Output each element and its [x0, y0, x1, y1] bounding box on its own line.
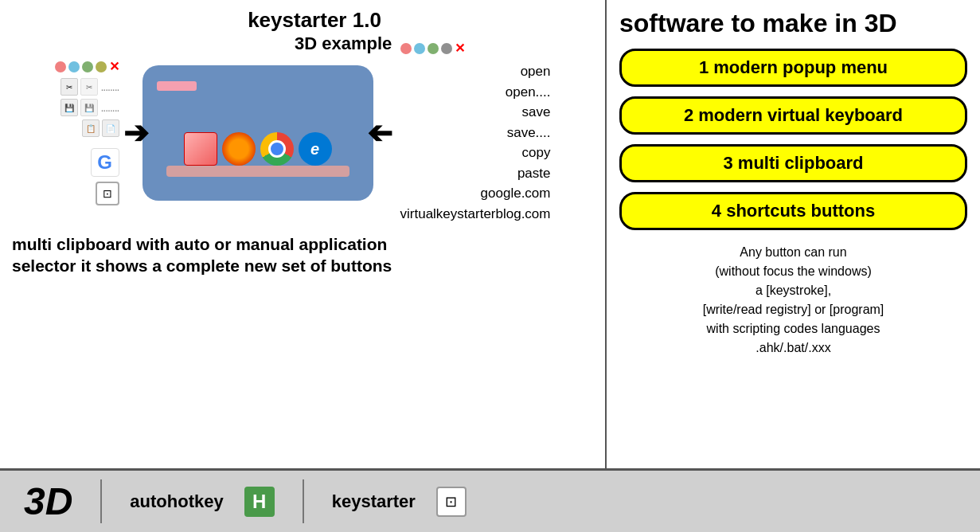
keystarter-icon-symbol: ⊡: [445, 493, 457, 510]
left-toolbar: ✕ ✂ ✂ ........ 💾 💾 ........ 📋 📄: [55, 61, 119, 205]
dot-red: [55, 61, 66, 72]
bottom-description: multi clipboard with auto or manual appl…: [8, 233, 597, 277]
save-icon[interactable]: 💾: [61, 99, 78, 116]
shelf: [166, 166, 349, 177]
ahk-icon: H: [244, 487, 275, 517]
keystarter-footer-label: keystarter: [332, 491, 416, 512]
rdot-green: [428, 43, 439, 54]
rdot-red: [400, 43, 412, 54]
bottom-text-line2: selector it shows a complete new set of …: [12, 256, 392, 275]
any-button-description: Any button can run (without focus the wi…: [619, 243, 967, 358]
any-line5: with scripting codes languages: [707, 322, 880, 335]
keystarter-title: keystarter 1.0: [32, 8, 597, 33]
right-arrow-group: ➔: [373, 115, 392, 151]
google-icon[interactable]: G: [91, 148, 119, 177]
any-line2: (without focus the windows): [715, 264, 872, 278]
rdot-blue: [414, 43, 425, 54]
btn-shortcuts-buttons[interactable]: 4 shortcuts buttons: [619, 192, 967, 230]
any-line6: .ahk/.bat/.xxx: [755, 341, 830, 354]
ks-icon-wrapper: ⊡: [96, 182, 119, 205]
left-color-dots: ✕: [55, 61, 119, 73]
blue-diagram-box: e: [143, 65, 373, 201]
right-panel: software to make in 3D 1 modern popup me…: [605, 0, 980, 468]
menu-open: open: [400, 61, 551, 82]
right-panel-title: software to make in 3D: [619, 10, 967, 37]
menu-save: save: [400, 102, 551, 123]
footer-divider: [100, 479, 102, 523]
toolbar-row-1: ✂ ✂ ........: [61, 78, 119, 96]
menu-paste: paste: [400, 163, 551, 184]
app-icon-1: [184, 132, 217, 166]
toolbar-row-2: 💾 💾 ........: [61, 99, 119, 116]
menu-blog: virtualkeystarterb­log.com: [400, 204, 551, 225]
menu-save-dots: save....: [400, 123, 551, 143]
footer-divider-2: [303, 479, 304, 523]
rdot-gray: [441, 43, 452, 54]
dot-blue: [68, 61, 80, 72]
menu-copy: copy: [400, 143, 551, 163]
keystarter-small-icon[interactable]: ⊡: [96, 182, 119, 205]
btn-popup-menu[interactable]: 1 modern popup menu: [619, 49, 967, 87]
left-arrow-group: ➔: [123, 115, 143, 151]
any-line4: [write/read registry] or [program]: [703, 303, 884, 316]
any-line3: a [keystroke],: [755, 284, 831, 297]
menu-google: google.com: [400, 183, 551, 204]
arrow-left-icon: ➔: [123, 115, 149, 151]
app-icons-row: e: [184, 132, 332, 166]
btn-multi-clipboard[interactable]: 3 multi clipboard: [619, 144, 967, 182]
paste-icon[interactable]: 📄: [102, 119, 119, 137]
firefox-icon: [222, 132, 256, 166]
left-panel: keystarter 1.0 3D example ✕ ✂ ✂ ........: [0, 0, 605, 468]
dot-x: ✕: [109, 61, 119, 73]
keystarter-footer-icon: ⊡: [436, 487, 467, 517]
toolbar-row-3: 📋 📄: [82, 119, 119, 137]
right-side-group: ✕ open open.... save save.... copy paste…: [400, 42, 551, 224]
bottom-text-line1: multi clipboard with auto or manual appl…: [12, 235, 387, 253]
copy-icon[interactable]: 📋: [82, 119, 100, 137]
footer-3d-label: 3D: [24, 479, 72, 523]
dot-green: [82, 61, 93, 72]
footer: 3D autohotkey H keystarter ⊡: [0, 468, 980, 532]
google-icon-wrapper: G: [91, 148, 119, 177]
dot-yellow: [96, 61, 107, 72]
rdot-x: ✕: [455, 42, 465, 55]
scissors-closed-icon[interactable]: ✂: [80, 78, 98, 96]
toolbar-dots-1: ........: [100, 80, 119, 93]
autohotkey-label: autohotkey: [130, 491, 223, 512]
chrome-icon: [260, 132, 294, 166]
menu-open-dots: open....: [400, 82, 551, 103]
btn-virtual-keyboard[interactable]: 2 modern virtual keyboard: [619, 96, 967, 135]
save-as-icon[interactable]: 💾: [80, 99, 98, 116]
any-line1: Any button can run: [740, 245, 846, 259]
toolbar-dots-2: ........: [100, 101, 119, 114]
ie-icon: e: [299, 132, 332, 166]
pink-toolbar-top: [157, 81, 197, 91]
scissors-open-icon[interactable]: ✂: [61, 78, 78, 96]
arrow-right-icon: ➔: [367, 115, 392, 151]
diagram-area: ✕ ✂ ✂ ........ 💾 💾 ........ 📋 📄: [8, 42, 597, 224]
right-color-dots: ✕: [400, 42, 551, 55]
